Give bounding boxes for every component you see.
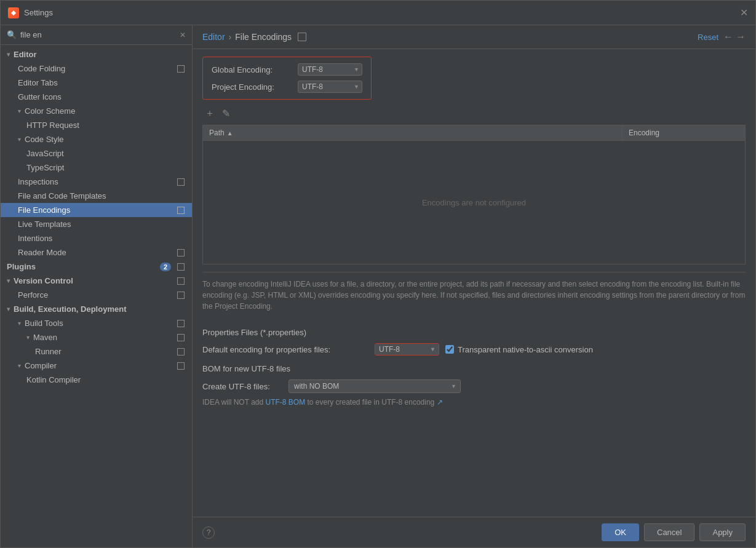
bom-info-suffix: to every created file in UTF-8 encoding [305, 398, 434, 407]
expand-arrow-compiler: ▾ [18, 362, 21, 369]
breadcrumb-current: File Encodings [235, 32, 292, 42]
sidebar-item-inspections[interactable]: Inspections [1, 175, 192, 189]
sidebar-item-label: Kotlin Compiler [26, 375, 81, 384]
apply-button[interactable]: Apply [699, 523, 746, 541]
plugins-badge: 2 [160, 263, 171, 271]
breadcrumb: Editor › File Encodings [202, 32, 306, 42]
global-encoding-select[interactable]: UTF-8 ISO-8859-1 windows-1251 UTF-16 US-… [298, 63, 362, 76]
sidebar-item-editor-tabs[interactable]: Editor Tabs [1, 76, 192, 90]
sidebar-item-maven[interactable]: ▾ Maven [1, 330, 192, 344]
default-encoding-row: Default encoding for properties files: U… [202, 343, 746, 355]
project-encoding-label: Project Encoding: [212, 82, 292, 92]
sidebar-item-javascript[interactable]: JavaScript [1, 146, 192, 161]
help-button[interactable]: ? [202, 526, 215, 539]
transparent-checkbox-wrap: Transparent native-to-ascii conversion [445, 345, 593, 354]
sidebar-item-version-control[interactable]: ▾ Version Control [1, 274, 192, 288]
cancel-button[interactable]: Cancel [644, 523, 694, 541]
sidebar-item-intentions[interactable]: Intentions [1, 231, 192, 245]
encoding-box: Global Encoding: UTF-8 ISO-8859-1 window… [202, 57, 372, 100]
sidebar-item-label: Version Control [14, 276, 73, 285]
toolbar-buttons: ＋ ✎ [202, 106, 746, 121]
project-encoding-select[interactable]: UTF-8 ISO-8859-1 windows-1251 UTF-16 US-… [298, 81, 362, 93]
sidebar-tree: ▾ Editor Code Folding Editor Tabs Gutter… [1, 45, 192, 547]
nav-back-button[interactable]: ← [723, 31, 733, 42]
search-box: 🔍 ✕ [1, 25, 192, 45]
settings-icon-compiler [177, 362, 185, 370]
settings-icon-build-tools [177, 320, 185, 327]
sidebar-item-label: Live Templates [18, 220, 71, 229]
create-utf8-select-wrap: with NO BOM with BOM with BOM (unless al… [288, 379, 461, 393]
sidebar-item-build-tools[interactable]: ▾ Build Tools [1, 316, 192, 330]
encoding-table: Path ▲ Encoding Encodings are not config… [202, 125, 746, 264]
ok-button[interactable]: OK [602, 523, 639, 541]
add-button[interactable]: ＋ [202, 106, 217, 121]
sidebar-item-label: File and Code Templates [18, 191, 106, 201]
col-encoding[interactable]: Encoding [622, 125, 745, 140]
sidebar-item-perforce[interactable]: Perforce [1, 288, 192, 302]
edit-button[interactable]: ✎ [220, 106, 233, 121]
settings-window: ◆ Settings ✕ 🔍 ✕ ▾ Editor Code Folding [0, 0, 756, 548]
sidebar-item-color-scheme[interactable]: ▾ Color Scheme [1, 104, 192, 118]
bom-info-link[interactable]: ↗ [437, 398, 443, 407]
sidebar-item-compiler[interactable]: ▾ Compiler [1, 359, 192, 373]
sidebar-item-label: Inspections [18, 177, 58, 186]
create-utf8-select[interactable]: with NO BOM with BOM with BOM (unless al… [288, 379, 461, 393]
expand-arrow-build: ▾ [7, 306, 10, 312]
col-path[interactable]: Path ▲ [203, 125, 622, 140]
sidebar-item-plugins[interactable]: Plugins 2 [1, 260, 192, 274]
bom-info-highlight: UTF-8 BOM [265, 398, 305, 407]
settings-icon-runner [177, 348, 185, 355]
sidebar-item-label: File Encodings [18, 205, 70, 215]
search-clear-button[interactable]: ✕ [180, 31, 186, 39]
sidebar-item-label: Code Style [25, 135, 64, 144]
settings-icon [177, 65, 185, 73]
sidebar-item-kotlin-compiler[interactable]: Kotlin Compiler [1, 373, 192, 387]
sidebar-item-code-folding[interactable]: Code Folding [1, 62, 192, 76]
sidebar-item-label: Maven [33, 333, 57, 342]
expand-arrow-code-style: ▾ [18, 136, 21, 143]
sidebar-item-file-code-templates[interactable]: File and Code Templates [1, 189, 192, 203]
table-empty-message: Encodings are not configured [203, 141, 745, 264]
transparent-label: Transparent native-to-ascii conversion [458, 345, 593, 354]
sidebar-item-code-style[interactable]: ▾ Code Style [1, 132, 192, 146]
sidebar-item-typescript[interactable]: TypeScript [1, 161, 192, 175]
sort-arrow-icon: ▲ [227, 130, 233, 137]
sidebar-item-editor[interactable]: ▾ Editor [1, 47, 192, 62]
sidebar-item-runner[interactable]: Runner [1, 344, 192, 359]
nav-forward-button[interactable]: → [736, 31, 746, 42]
bom-row: Create UTF-8 files: with NO BOM with BOM… [202, 379, 746, 393]
expand-arrow-build-tools: ▾ [18, 320, 21, 327]
sidebar-item-gutter-icons[interactable]: Gutter Icons [1, 90, 192, 104]
content-area: 🔍 ✕ ▾ Editor Code Folding Editor Tabs [1, 25, 755, 547]
breadcrumb-parent[interactable]: Editor [202, 32, 225, 42]
transparent-checkbox[interactable] [445, 345, 454, 354]
global-encoding-row: Global Encoding: UTF-8 ISO-8859-1 window… [212, 63, 362, 76]
empty-text: Encodings are not configured [422, 198, 526, 207]
sidebar-item-label: Reader Mode [18, 248, 66, 257]
sidebar-item-reader-mode[interactable]: Reader Mode [1, 245, 192, 260]
sidebar-item-label: Compiler [25, 361, 57, 370]
bom-info-prefix: IDEA will NOT add [202, 398, 265, 407]
search-input[interactable] [20, 30, 176, 39]
sidebar-item-live-templates[interactable]: Live Templates [1, 217, 192, 231]
settings-icon-perforce [177, 292, 185, 299]
reset-button[interactable]: Reset [698, 33, 718, 42]
sidebar-item-label: Gutter Icons [18, 92, 62, 101]
sidebar-item-label: Build Tools [25, 319, 63, 328]
col-path-label: Path [209, 129, 225, 137]
global-encoding-select-wrap: UTF-8 ISO-8859-1 windows-1251 UTF-16 US-… [298, 63, 362, 76]
sidebar-item-build-execution[interactable]: ▾ Build, Execution, Deployment [1, 302, 192, 316]
sidebar-item-http-request[interactable]: HTTP Request [1, 118, 192, 132]
sidebar-item-file-encodings[interactable]: File Encodings [1, 203, 192, 217]
default-encoding-label: Default encoding for properties files: [202, 345, 368, 354]
expand-arrow-editor: ▾ [7, 51, 10, 58]
main-body: Global Encoding: UTF-8 ISO-8859-1 window… [193, 49, 755, 517]
close-button[interactable]: ✕ [740, 7, 748, 18]
default-encoding-select-wrap: UTF-8 ISO-8859-1 windows-1251 UTF-16 US-… [375, 343, 439, 355]
default-encoding-select[interactable]: UTF-8 ISO-8859-1 windows-1251 UTF-16 US-… [375, 344, 439, 355]
create-utf8-label: Create UTF-8 files: [202, 382, 282, 391]
project-encoding-row: Project Encoding: UTF-8 ISO-8859-1 windo… [212, 81, 362, 93]
app-icon: ◆ [8, 7, 19, 18]
sidebar-item-label: JavaScript [26, 149, 64, 158]
sidebar-item-label: Editor [14, 50, 37, 59]
